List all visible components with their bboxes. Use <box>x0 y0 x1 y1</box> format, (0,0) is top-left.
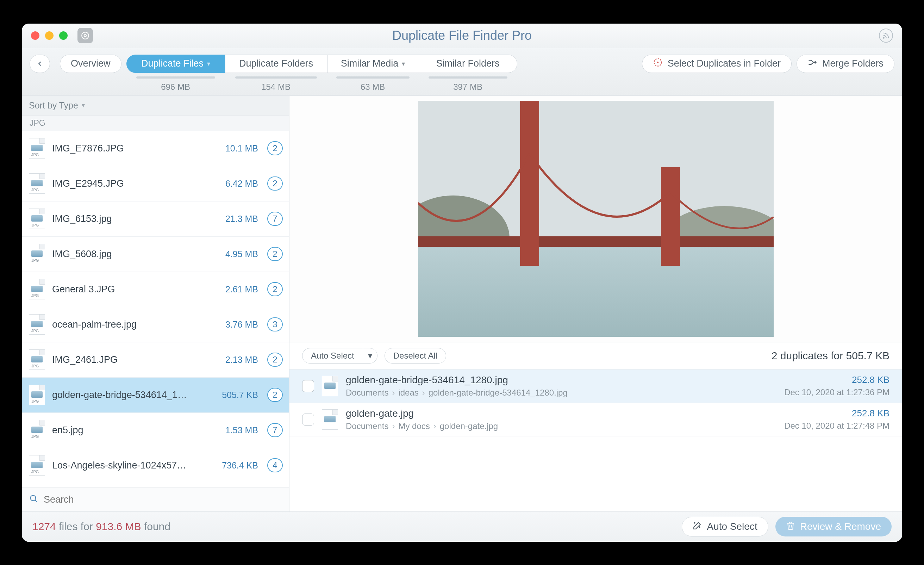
window-title: Duplicate File Finder Pro <box>22 28 902 43</box>
minimize-window-button[interactable] <box>45 32 54 40</box>
file-thumbnail-icon: JPG <box>29 173 45 194</box>
rss-icon[interactable] <box>879 29 893 43</box>
chevron-down-icon: ▾ <box>82 101 85 109</box>
back-button[interactable] <box>30 55 50 73</box>
auto-select-button[interactable]: Auto Select <box>302 348 363 364</box>
select-duplicates-in-folder-button[interactable]: Select Duplicates in Folder <box>642 55 792 73</box>
search-icon <box>29 494 38 505</box>
tab-duplicate-files[interactable]: Duplicate Files▾ <box>126 55 225 73</box>
merge-icon <box>807 57 817 70</box>
file-row[interactable]: JPGLos-Angeles-skyline-1024x57…736.4 KB4 <box>22 448 289 483</box>
file-size: 6.42 MB <box>225 179 258 189</box>
auto-select-menu-button[interactable]: ▾ <box>363 348 378 364</box>
file-size: 21.3 MB <box>225 214 258 224</box>
file-size: 2.13 MB <box>225 355 258 365</box>
svg-line-6 <box>35 500 37 502</box>
file-list[interactable]: JPGIMG_E7876.JPG10.1 MB2JPGIMG_E2945.JPG… <box>22 131 289 487</box>
file-name: en5.jpg <box>52 425 218 436</box>
sort-label: Sort by Type <box>29 101 78 111</box>
breadcrumb-separator-icon: › <box>434 421 436 431</box>
file-row[interactable]: JPGIMG_6153.jpg21.3 MB7 <box>22 201 289 237</box>
file-thumbnail-icon: JPG <box>29 420 45 440</box>
titlebar: Duplicate File Finder Pro <box>22 24 902 48</box>
tab-label: Duplicate Files <box>141 58 204 69</box>
merge-folders-button[interactable]: Merge Folders <box>796 55 894 73</box>
tab-similar-folders[interactable]: Similar Folders <box>418 55 517 73</box>
file-row[interactable]: JPGIMG_E2945.JPG6.42 MB2 <box>22 166 289 201</box>
file-name: ocean-palm-tree.jpg <box>52 319 218 330</box>
review-remove-button[interactable]: Review & Remove <box>776 517 892 536</box>
chevron-down-icon: ▾ <box>207 60 210 68</box>
duplicate-file-size: 252.8 KB <box>784 374 890 385</box>
tab-similar-media[interactable]: Similar Media▾ <box>327 55 418 73</box>
tab-label: Similar Media <box>341 58 399 69</box>
breadcrumb-separator-icon: › <box>422 388 425 398</box>
group-header: JPG <box>22 116 289 131</box>
footer-auto-select-button[interactable]: Auto Select <box>682 517 768 536</box>
file-size: 4.95 MB <box>225 249 258 259</box>
breadcrumb-separator-icon: › <box>392 388 395 398</box>
duplicate-count-badge: 2 <box>267 247 283 261</box>
svg-point-4 <box>657 62 658 63</box>
sidebar: Sort by Type ▾ JPG JPGIMG_E7876.JPG10.1 … <box>22 96 290 511</box>
file-size: 736.4 KB <box>222 460 258 470</box>
duplicate-checkbox[interactable] <box>302 413 314 425</box>
duplicate-file-date: Dec 10, 2020 at 1:27:48 PM <box>784 421 890 431</box>
file-row[interactable]: JPGIMG_E7876.JPG10.1 MB2 <box>22 131 289 166</box>
auto-select-split-button: Auto Select ▾ <box>302 348 378 364</box>
search-row <box>22 487 289 511</box>
traffic-lights <box>31 32 68 40</box>
svg-point-0 <box>82 32 89 39</box>
file-size: 505.7 KB <box>222 390 258 400</box>
duplicate-checkbox[interactable] <box>302 380 314 392</box>
tab-segment: Duplicate Files▾Duplicate FoldersSimilar… <box>126 55 517 92</box>
file-name: IMG_5608.jpg <box>52 249 218 260</box>
svg-point-1 <box>84 35 87 37</box>
duplicate-row[interactable]: golden-gate-bridge-534614_1280.jpgDocume… <box>290 370 902 403</box>
merge-folders-label: Merge Folders <box>822 58 884 69</box>
close-window-button[interactable] <box>31 32 39 40</box>
file-row[interactable]: JPGgolden-gate-bridge-534614_1…505.7 KB2 <box>22 378 289 413</box>
duplicate-count-badge: 2 <box>267 353 283 367</box>
duplicate-row[interactable]: golden-gate.jpgDocuments›My docs›golden-… <box>290 403 902 436</box>
file-thumbnail-icon: JPG <box>29 385 45 405</box>
file-thumbnail-icon: JPG <box>29 455 45 476</box>
duplicate-file-path: Documents›My docs›golden-gate.jpg <box>346 421 777 431</box>
tab-size-label: 397 MB <box>418 75 517 92</box>
duplicate-summary: 2 duplicates for 505.7 KB <box>771 350 890 362</box>
tab-duplicate-folders[interactable]: Duplicate Folders <box>225 55 327 73</box>
search-input[interactable] <box>44 494 282 505</box>
file-size: 2.61 MB <box>225 284 258 295</box>
target-select-icon <box>653 57 663 70</box>
sort-by-dropdown[interactable]: Sort by Type ▾ <box>22 96 289 116</box>
file-name: IMG_2461.JPG <box>52 355 218 365</box>
svg-point-5 <box>30 495 36 500</box>
review-remove-label: Review & Remove <box>800 521 881 532</box>
file-row[interactable]: JPGIMG_2461.JPG2.13 MB2 <box>22 343 289 378</box>
file-row[interactable]: JPGen5.jpg1.53 MB7 <box>22 413 289 448</box>
duplicate-count-badge: 2 <box>267 388 283 402</box>
zoom-window-button[interactable] <box>59 32 68 40</box>
breadcrumb-separator-icon: › <box>392 421 395 431</box>
file-thumbnail-icon: JPG <box>29 209 45 229</box>
file-thumbnail-icon <box>322 376 338 396</box>
file-thumbnail-icon: JPG <box>29 279 45 299</box>
content-body: Sort by Type ▾ JPG JPGIMG_E7876.JPG10.1 … <box>22 96 902 511</box>
chevron-down-icon: ▾ <box>368 351 372 361</box>
file-row[interactable]: JPGocean-palm-tree.jpg3.76 MB3 <box>22 307 289 343</box>
file-row[interactable]: JPGIMG_5608.jpg4.95 MB2 <box>22 237 289 272</box>
duplicate-file-path: Documents›ideas›golden-gate-bridge-53461… <box>346 388 777 398</box>
file-size: 3.76 MB <box>225 320 258 330</box>
detail-pane: Auto Select ▾ Deselect All 2 duplicates … <box>290 96 902 511</box>
duplicate-file-name: golden-gate-bridge-534614_1280.jpg <box>346 374 777 386</box>
tab-size-label: 696 MB <box>126 75 225 92</box>
duplicate-count-badge: 3 <box>267 317 283 332</box>
duplicate-file-name: golden-gate.jpg <box>346 408 777 419</box>
overview-button[interactable]: Overview <box>60 55 122 73</box>
duplicate-file-size: 252.8 KB <box>784 408 890 419</box>
file-row[interactable]: JPGGeneral 3.JPG2.61 MB2 <box>22 272 289 307</box>
deselect-all-button[interactable]: Deselect All <box>384 348 446 364</box>
tab-label: Similar Folders <box>436 58 500 69</box>
total-size: 913.6 MB <box>96 521 141 532</box>
tab-size-label: 154 MB <box>225 75 327 92</box>
